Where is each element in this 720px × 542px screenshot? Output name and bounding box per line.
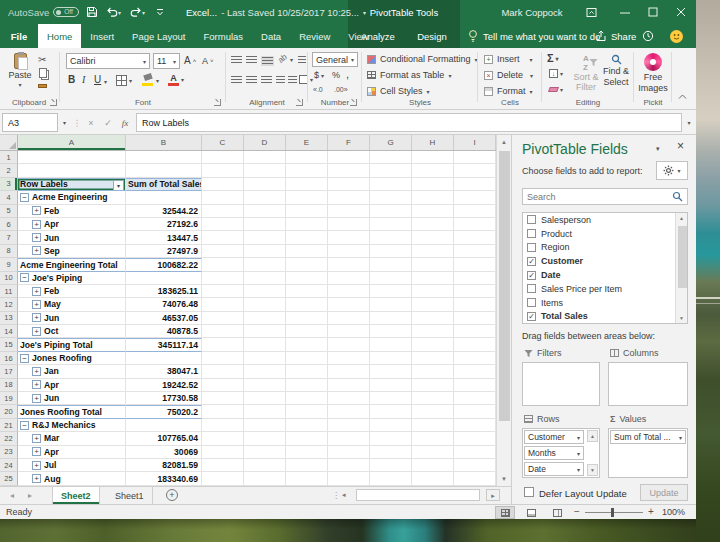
row-labels-filter-button[interactable]: ▾	[113, 180, 124, 191]
row-header-9[interactable]: 9	[0, 258, 18, 271]
cell-B6[interactable]: 27192.6	[126, 218, 202, 231]
column-header-I[interactable]: I	[454, 135, 496, 150]
cell-G8[interactable]	[370, 245, 412, 258]
tell-me-box[interactable]: Tell me what you want to do	[468, 24, 600, 48]
filters-drop-area[interactable]	[522, 362, 600, 406]
checkbox-sales-price-per-item[interactable]	[527, 284, 536, 293]
zoom-slider-track[interactable]	[585, 512, 643, 513]
zoom-out-button[interactable]: −	[574, 506, 580, 517]
cell-I25[interactable]	[454, 472, 496, 485]
cell-I8[interactable]	[454, 245, 496, 258]
cell-A14[interactable]: +Oct	[18, 325, 126, 338]
fill-button[interactable]: ↓▾	[549, 69, 563, 78]
column-header-A[interactable]: A	[18, 135, 126, 150]
sheet-tab-sheet2[interactable]: Sheet2	[52, 487, 100, 504]
row-header-21[interactable]: 21	[0, 419, 18, 432]
cell-I4[interactable]	[454, 191, 496, 204]
cell-D21[interactable]	[244, 419, 286, 432]
cut-button[interactable]: ✂	[38, 54, 46, 65]
cell-E7[interactable]	[286, 231, 328, 244]
cell-F11[interactable]	[328, 285, 370, 298]
tab-scrollbar-splitter[interactable]: ⋮	[332, 491, 340, 500]
cell-A1[interactable]	[18, 151, 126, 164]
select-all-corner[interactable]	[0, 135, 18, 150]
cell-G3[interactable]	[370, 178, 412, 191]
cell-B17[interactable]: 38047.1	[126, 365, 202, 378]
cell-F22[interactable]	[328, 432, 370, 445]
scroll-up-icon[interactable]: ▲	[679, 215, 684, 221]
customize-qat-button[interactable]	[156, 0, 164, 24]
cell-F15[interactable]	[328, 338, 370, 351]
cell-H11[interactable]	[412, 285, 454, 298]
hscroll-right-icon[interactable]: ▸	[486, 489, 500, 501]
borders-button[interactable]: ▾	[116, 75, 132, 86]
row-header-14[interactable]: 14	[0, 325, 18, 338]
cell-A12[interactable]: +May	[18, 298, 126, 311]
sheet-nav-right-icon[interactable]: ▸	[28, 491, 32, 500]
cell-G20[interactable]	[370, 405, 412, 418]
cell-D13[interactable]	[244, 312, 286, 325]
cell-C9[interactable]	[202, 258, 244, 271]
cell-C2[interactable]	[202, 164, 244, 177]
cell-H7[interactable]	[412, 231, 454, 244]
font-dialog-launcher[interactable]	[214, 99, 221, 106]
new-sheet-button[interactable]: +	[166, 489, 178, 501]
fields-scrollbar[interactable]: ▲ ▼	[675, 213, 688, 323]
increase-indent-button[interactable]	[288, 76, 297, 84]
rows-pill-date[interactable]: Date▾	[524, 462, 584, 476]
cell-H3[interactable]	[412, 178, 454, 191]
cell-I12[interactable]	[454, 298, 496, 311]
tab-file[interactable]: File	[0, 24, 38, 48]
row-header-22[interactable]: 22	[0, 432, 18, 445]
name-box-caret[interactable]: ▾	[58, 113, 71, 132]
cell-E6[interactable]	[286, 218, 328, 231]
cell-D16[interactable]	[244, 352, 286, 365]
maximize-button[interactable]	[642, 0, 664, 24]
align-top-button[interactable]	[231, 56, 242, 64]
cell-D20[interactable]	[244, 405, 286, 418]
cell-H22[interactable]	[412, 432, 454, 445]
cell-E12[interactable]	[286, 298, 328, 311]
cell-E1[interactable]	[286, 151, 328, 164]
rows-drop-area[interactable]: Customer▾Months▾Date▾ ▲ ▼	[522, 428, 600, 478]
expand-box-icon[interactable]: +	[32, 313, 41, 322]
rows-pill-months[interactable]: Months▾	[524, 446, 584, 460]
cell-E21[interactable]	[286, 419, 328, 432]
cell-G13[interactable]	[370, 312, 412, 325]
cell-C6[interactable]	[202, 218, 244, 231]
cell-C3[interactable]	[202, 178, 244, 191]
number-dialog-launcher[interactable]	[350, 99, 357, 106]
cell-H13[interactable]	[412, 312, 454, 325]
accounting-format-button[interactable]: $▾	[314, 70, 324, 80]
conditional-formatting-button[interactable]: Conditional Formatting▾	[367, 54, 478, 64]
tab-data[interactable]: Data	[252, 24, 290, 48]
cell-H17[interactable]	[412, 365, 454, 378]
cell-A16[interactable]: −Jones Roofing	[18, 352, 126, 365]
cell-D19[interactable]	[244, 392, 286, 405]
cell-D4[interactable]	[244, 191, 286, 204]
columns-drop-area[interactable]	[608, 362, 688, 406]
cell-I20[interactable]	[454, 405, 496, 418]
percent-style-button[interactable]: %	[332, 70, 340, 80]
cell-H23[interactable]	[412, 446, 454, 459]
fill-color-button[interactable]: ▾	[142, 74, 159, 86]
row-header-24[interactable]: 24	[0, 459, 18, 472]
cell-D24[interactable]	[244, 459, 286, 472]
close-button[interactable]	[670, 0, 692, 24]
column-header-G[interactable]: G	[370, 135, 412, 150]
cell-styles-button[interactable]: Cell Styles▾	[367, 86, 430, 96]
zoom-level[interactable]: 100%	[662, 507, 685, 517]
activity-history-button[interactable]	[642, 24, 654, 48]
cell-D5[interactable]	[244, 205, 286, 218]
field-item-region[interactable]: Region	[523, 241, 675, 255]
autosave-switch[interactable]: Off	[53, 7, 79, 17]
cell-D1[interactable]	[244, 151, 286, 164]
cell-E13[interactable]	[286, 312, 328, 325]
search-input[interactable]: Search	[522, 188, 688, 205]
vertical-scroll-thumb[interactable]	[499, 151, 510, 421]
values-pill-sum-of-total[interactable]: Sum of Total ...▾	[610, 430, 686, 444]
align-right-button[interactable]	[261, 76, 272, 84]
cell-E19[interactable]	[286, 392, 328, 405]
expand-box-icon[interactable]: +	[32, 327, 41, 336]
cancel-entry-button[interactable]: ×	[84, 113, 98, 132]
